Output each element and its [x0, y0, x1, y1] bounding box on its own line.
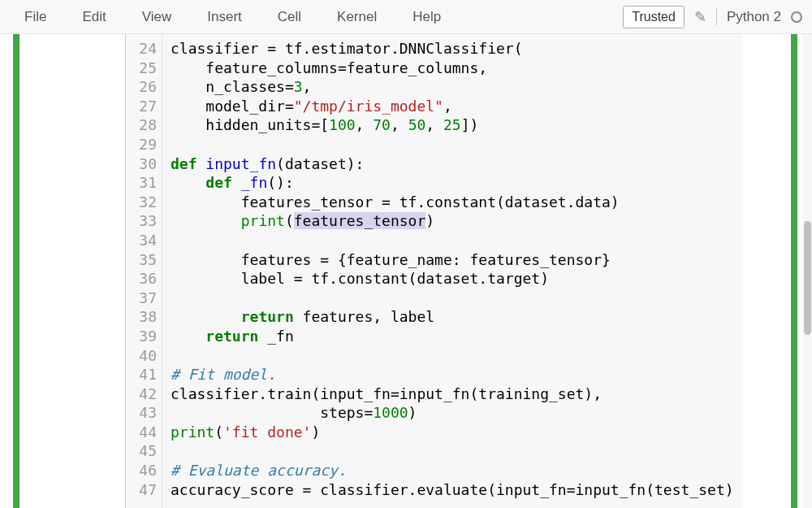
token: features, label: [294, 308, 434, 325]
token: [171, 174, 205, 191]
code-line[interactable]: [171, 289, 734, 308]
token: model_dir=: [171, 98, 294, 115]
code-line[interactable]: classifier.train(input_fn=input_fn(train…: [171, 384, 734, 404]
token: [171, 212, 241, 229]
notebook-area: 2425262728293031323334353637383940414243…: [0, 34, 812, 508]
code-line[interactable]: [171, 346, 734, 366]
kernel-status-icon[interactable]: [791, 11, 802, 23]
prompt-area: [19, 34, 125, 508]
line-number: 26: [134, 77, 157, 97]
token-num: 70: [373, 116, 391, 133]
menubar: FileEditViewInsertCellKernelHelpTrusted✎…: [0, 0, 812, 34]
token: accuracy_score = classifier.evaluate(inp…: [171, 481, 734, 498]
token: classifier = tf.estimator.DNNClassifier(: [171, 40, 522, 57]
code-line[interactable]: accuracy_score = classifier.evaluate(inp…: [171, 480, 734, 500]
token: (dataset):: [276, 155, 364, 172]
code-line[interactable]: hidden_units=[100, 70, 50, 25]): [171, 115, 734, 135]
line-number: 24: [134, 39, 157, 59]
line-number: 43: [134, 403, 157, 423]
menu-item-insert[interactable]: Insert: [189, 1, 260, 33]
token-bi: print: [171, 423, 214, 441]
token: ,: [303, 78, 312, 95]
token: feature_columns=feature_columns,: [171, 59, 487, 76]
cell[interactable]: 2425262728293031323334353637383940414243…: [13, 34, 742, 508]
token-num: 1000: [373, 404, 408, 421]
token-kw: return: [205, 328, 258, 345]
token: ): [311, 423, 320, 441]
token: features_tensor = tf.constant(dataset.da…: [171, 193, 620, 211]
code-line[interactable]: return _fn: [171, 327, 734, 346]
menu-item-kernel[interactable]: Kernel: [319, 1, 395, 33]
scrollbar[interactable]: [802, 34, 812, 508]
token: ]): [461, 116, 479, 133]
kernel-name[interactable]: Python 2: [727, 9, 781, 25]
code-line[interactable]: steps=1000): [171, 403, 734, 423]
line-number: 30: [134, 154, 157, 174]
token: ,: [425, 116, 443, 133]
line-number: 41: [134, 365, 157, 384]
code-line[interactable]: print('fit done'): [171, 423, 734, 442]
trusted-button[interactable]: Trusted: [623, 6, 685, 28]
token-kw: def: [171, 155, 197, 172]
token: (: [214, 423, 223, 441]
line-number-gutter: 2425262728293031323334353637383940414243…: [126, 34, 162, 508]
code-line[interactable]: label = tf.constant(dataset.target): [171, 269, 734, 289]
line-number: 45: [134, 441, 157, 461]
scrollbar-thumb[interactable]: [804, 221, 811, 335]
cell-run-indicator-right: [791, 34, 797, 508]
code-line[interactable]: [171, 135, 734, 154]
code-line[interactable]: n_classes=3,: [171, 77, 734, 97]
token-str: 'fit done': [223, 423, 311, 441]
token: [197, 155, 206, 172]
token-fn: _fn: [241, 174, 268, 191]
line-number: 42: [134, 384, 157, 404]
menu-item-help[interactable]: Help: [395, 1, 459, 33]
code-line[interactable]: # Evaluate accuracy.: [171, 461, 734, 480]
token: [171, 308, 241, 325]
code-line[interactable]: model_dir="/tmp/iris_model",: [171, 97, 734, 116]
token-num: 50: [408, 116, 426, 133]
code-line[interactable]: return features, label: [171, 307, 734, 327]
token-kw: def: [205, 174, 232, 191]
token-bi: print: [241, 212, 285, 229]
line-number: 32: [134, 193, 157, 212]
code-text[interactable]: classifier = tf.estimator.DNNClassifier(…: [162, 34, 742, 508]
line-number: 34: [134, 231, 157, 250]
line-number: 40: [134, 346, 157, 366]
code-line[interactable]: features_tensor = tf.constant(dataset.da…: [171, 193, 734, 212]
line-number: 36: [134, 269, 157, 289]
code-line[interactable]: def input_fn(dataset):: [171, 154, 734, 174]
token: steps=: [171, 404, 373, 421]
token-cmt: # Evaluate accuracy.: [171, 462, 347, 479]
line-number: 44: [134, 423, 157, 442]
token: ,: [391, 116, 408, 133]
line-number: 29: [134, 135, 157, 154]
code-line[interactable]: def _fn():: [171, 173, 734, 193]
code-input[interactable]: 2425262728293031323334353637383940414243…: [125, 34, 742, 508]
code-line[interactable]: [171, 441, 734, 461]
line-number: 38: [134, 307, 157, 327]
code-line[interactable]: print(features_tensor): [171, 211, 734, 231]
menu-left: FileEditViewInsertCellKernelHelp: [6, 1, 459, 33]
line-number: 39: [134, 327, 157, 346]
line-number: 46: [134, 461, 157, 480]
code-line[interactable]: [171, 231, 734, 250]
code-line[interactable]: classifier = tf.estimator.DNNClassifier(: [171, 39, 734, 59]
menu-item-edit[interactable]: Edit: [64, 1, 123, 33]
menu-item-view[interactable]: View: [124, 1, 190, 33]
token: features = {feature_name: features_tenso…: [171, 251, 611, 268]
token: hidden_units=[: [171, 116, 329, 133]
token-str: "/tmp/iris_model": [294, 98, 443, 115]
pencil-icon[interactable]: ✎: [694, 8, 706, 26]
menu-item-cell[interactable]: Cell: [260, 1, 319, 33]
code-line[interactable]: feature_columns=feature_columns,: [171, 59, 734, 78]
line-number: 35: [134, 250, 157, 270]
token: classifier.train(input_fn=input_fn(train…: [171, 385, 602, 402]
line-number: 28: [134, 115, 157, 135]
token-cmt: # Fit model.: [171, 366, 276, 383]
code-line[interactable]: features = {feature_name: features_tenso…: [171, 250, 734, 270]
code-line[interactable]: # Fit model.: [171, 365, 734, 384]
menu-item-file[interactable]: File: [6, 1, 64, 33]
token: ): [425, 212, 434, 229]
token: _fn: [258, 328, 293, 345]
